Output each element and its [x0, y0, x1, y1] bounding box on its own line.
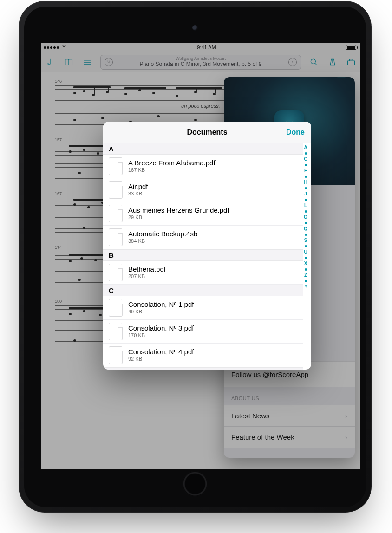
index-letter[interactable]: C [304, 156, 307, 162]
done-button[interactable]: Done [286, 128, 305, 136]
file-size: 170 KB [128, 332, 194, 338]
index-dot-icon [305, 176, 307, 178]
index-letter[interactable]: Z [304, 273, 307, 278]
file-row[interactable]: Consolation, Nº 4.pdf 92 KB [103, 344, 303, 367]
section-header: D [103, 367, 303, 370]
index-dot-icon [305, 257, 307, 259]
file-size: 207 KB [128, 273, 166, 280]
file-name: Consolation, Nº 3.pdf [128, 324, 194, 332]
index-dot-icon [305, 234, 307, 236]
documents-list[interactable]: A A Breeze From Alabama.pdf 167 KB Air.p… [103, 143, 303, 370]
index-letter[interactable]: Q [304, 226, 307, 231]
file-name: Aus meines Herzens Grunde.pdf [128, 206, 229, 214]
file-size: 49 KB [128, 309, 194, 315]
index-letter[interactable]: # [304, 284, 307, 289]
file-icon [109, 264, 123, 281]
ipad-frame: 146 [19, 1, 372, 513]
file-row[interactable]: A Breeze From Alabama.pdf 167 KB [103, 155, 303, 178]
file-name: Consolation, Nº 4.pdf [128, 348, 194, 356]
index-letter[interactable]: S [304, 238, 307, 243]
file-size: 29 KB [128, 214, 229, 221]
modal-header: Documents Done [103, 122, 311, 143]
index-letter[interactable]: H [304, 180, 307, 185]
file-row[interactable]: Consolation, Nº 1.pdf 49 KB [103, 296, 303, 320]
index-letter[interactable]: U [304, 249, 307, 254]
index-letter[interactable]: J [304, 191, 307, 196]
index-dot-icon [305, 222, 307, 224]
file-icon [109, 346, 123, 364]
file-icon [109, 181, 123, 199]
index-letter[interactable]: L [304, 203, 307, 208]
file-row[interactable]: Bethena.pdf 207 KB [103, 261, 303, 285]
file-icon [109, 157, 123, 175]
file-icon [109, 323, 123, 340]
file-row[interactable]: Aus meines Herzens Grunde.pdf 29 KB [103, 202, 303, 226]
file-name: Automatic Backup.4sb [128, 230, 197, 238]
file-name: Consolation, Nº 1.pdf [128, 300, 194, 309]
file-icon [109, 299, 123, 317]
front-camera [192, 25, 198, 31]
section-header: A [103, 143, 303, 155]
section-header: B [103, 249, 303, 261]
index-dot-icon [305, 280, 307, 282]
index-dot-icon [305, 210, 307, 213]
home-button[interactable] [182, 471, 208, 497]
file-row[interactable]: Air.pdf 33 KB [103, 178, 303, 202]
file-icon [109, 228, 123, 246]
alpha-index[interactable]: A C F H J L O Q S U X [302, 145, 309, 366]
file-icon [109, 205, 123, 222]
index-dot-icon [305, 164, 307, 166]
file-size: 167 KB [128, 167, 216, 173]
index-letter[interactable]: O [304, 214, 307, 220]
index-letter[interactable]: F [304, 168, 307, 173]
index-letter[interactable]: X [304, 261, 307, 266]
file-name: Bethena.pdf [128, 265, 166, 273]
index-dot-icon [305, 152, 307, 155]
ipad-bezel: 146 [24, 6, 366, 507]
file-size: 384 KB [128, 238, 197, 244]
section-header: C [103, 285, 303, 296]
index-dot-icon [305, 245, 307, 247]
index-dot-icon [305, 268, 307, 271]
file-size: 33 KB [128, 191, 148, 197]
index-dot-icon [305, 199, 307, 201]
documents-modal: Documents Done A A Breeze From Alabama.p… [103, 122, 311, 370]
file-name: A Breeze From Alabama.pdf [128, 159, 216, 167]
file-size: 92 KB [128, 356, 194, 362]
file-row[interactable]: Consolation, Nº 3.pdf 170 KB [103, 320, 303, 344]
index-letter[interactable]: A [304, 145, 307, 150]
screen: 146 [41, 43, 360, 469]
modal-title: Documents [187, 128, 227, 136]
file-row[interactable]: Automatic Backup.4sb 384 KB [103, 226, 303, 249]
file-name: Air.pdf [128, 182, 148, 191]
index-dot-icon [305, 187, 307, 189]
